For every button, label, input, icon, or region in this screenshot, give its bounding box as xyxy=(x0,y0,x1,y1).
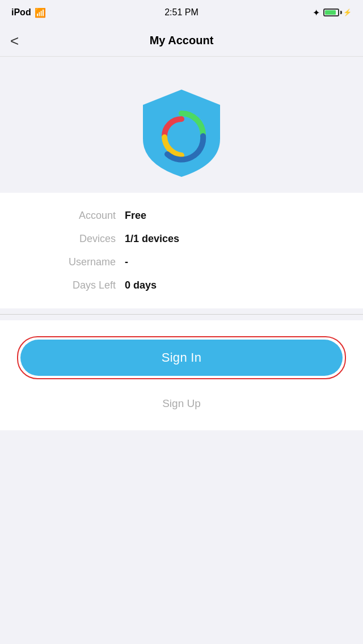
battery-fill xyxy=(325,10,336,15)
account-label: Account xyxy=(34,210,125,222)
main-content: Account Free Devices 1/1 devices Usernam… xyxy=(0,57,363,430)
account-value: Free xyxy=(125,210,329,222)
bluetooth-icon: ✦ xyxy=(313,7,320,18)
section-divider xyxy=(0,314,363,315)
button-section: Sign In Sign Up xyxy=(0,320,363,430)
nav-bar: < My Account xyxy=(0,25,363,57)
wifi-icon: 📶 xyxy=(35,7,46,18)
carrier-label: iPod xyxy=(11,7,31,18)
app-logo xyxy=(136,85,227,176)
back-button[interactable]: < xyxy=(10,33,19,48)
status-bar: iPod 📶 2:51 PM ✦ ⚡ xyxy=(0,0,363,25)
charging-icon: ⚡ xyxy=(343,9,352,16)
status-left: iPod 📶 xyxy=(11,7,46,18)
username-value: - xyxy=(125,256,329,268)
info-card: Account Free Devices 1/1 devices Usernam… xyxy=(0,193,363,308)
battery-body xyxy=(323,9,339,16)
status-right: ✦ ⚡ xyxy=(313,7,352,18)
battery-tip xyxy=(340,11,342,14)
battery-indicator: ⚡ xyxy=(323,9,352,16)
sign-up-button[interactable]: Sign Up xyxy=(17,393,346,414)
sign-in-button[interactable]: Sign In xyxy=(20,340,343,376)
username-label: Username xyxy=(34,256,125,268)
sign-in-button-wrapper: Sign In xyxy=(17,336,346,379)
devices-label: Devices xyxy=(34,233,125,245)
username-row: Username - xyxy=(0,251,363,274)
days-left-label: Days Left xyxy=(34,279,125,291)
days-left-row: Days Left 0 days xyxy=(0,274,363,297)
devices-row: Devices 1/1 devices xyxy=(0,227,363,251)
logo-container xyxy=(0,74,363,193)
devices-value: 1/1 devices xyxy=(125,233,329,245)
status-time: 2:51 PM xyxy=(164,7,199,18)
days-left-value: 0 days xyxy=(125,279,329,291)
page-title: My Account xyxy=(150,34,214,47)
account-row: Account Free xyxy=(0,204,363,227)
